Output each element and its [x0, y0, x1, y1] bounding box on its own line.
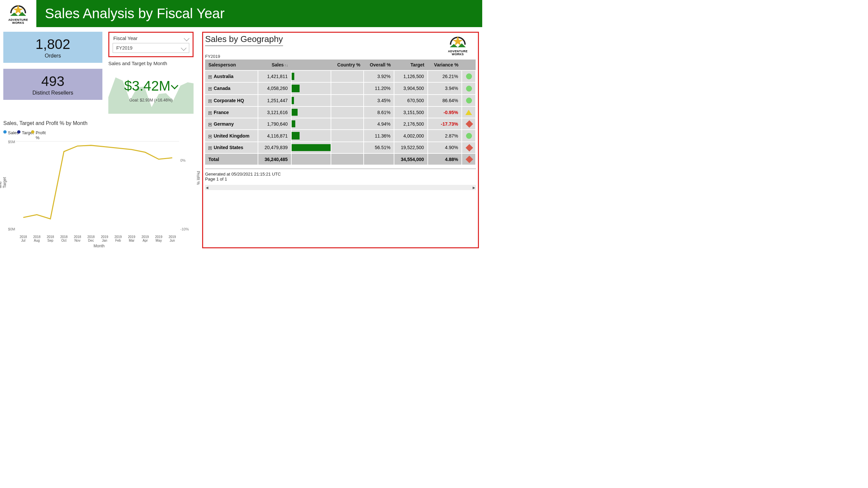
table-total-row: Total36,240,48534,554,0004.88%	[205, 153, 476, 165]
logo-icon	[8, 3, 28, 19]
expand-icon[interactable]: +	[209, 135, 212, 138]
kpi-value: $3.42M	[108, 78, 193, 94]
x-tick: 2019Apr	[138, 235, 152, 242]
expand-icon[interactable]: +	[209, 111, 212, 115]
x-tick: 2019Mar	[125, 235, 138, 242]
combo-title: Sales, Target and Profit % by Month	[3, 120, 195, 126]
status-indicator	[466, 97, 472, 104]
status-indicator	[465, 110, 472, 115]
table-row[interactable]: +France3,121,6168.61%3,151,500-0.95%	[205, 107, 476, 118]
col-bar	[291, 59, 331, 70]
combo-chart[interactable]: Sales and Target $5M $0M 2018Jul2018Aug2…	[3, 137, 195, 242]
table-row[interactable]: +Australia1,421,8113.92%1,126,50026.21%	[205, 70, 476, 82]
page-title: Sales Analysis by Fiscal Year	[45, 6, 225, 22]
kpi-title: Sales and Target by Month	[108, 60, 193, 66]
sort-icon: ↑↓	[284, 63, 288, 67]
status-indicator	[466, 144, 473, 152]
expand-icon[interactable]: +	[209, 87, 212, 91]
slicer-select[interactable]: FY2019	[113, 43, 189, 53]
x-tick: 2019May	[152, 235, 165, 242]
table-row[interactable]: +Canada4,058,26011.20%3,904,5003.94%	[205, 82, 476, 94]
horizontal-scrollbar[interactable]: ◀ ▶	[205, 185, 476, 190]
status-indicator	[466, 86, 472, 92]
kpi-visual[interactable]: $3.42M Goal: $2.93M (+16.46%)	[108, 67, 193, 114]
x-tick: 2018Aug	[30, 235, 43, 242]
expand-icon[interactable]: +	[209, 76, 212, 79]
col-target[interactable]: Target	[394, 59, 427, 70]
col-country[interactable]: Country %	[331, 59, 364, 70]
x-tick: 2018Oct	[57, 235, 71, 242]
table-row[interactable]: +United States20,479,83956.51%19,522,500…	[205, 142, 476, 153]
geo-table[interactable]: Salesperson Sales↑↓ Country % Overall % …	[205, 59, 476, 165]
expand-icon[interactable]: +	[209, 123, 212, 126]
sales-by-geography-panel: Sales by Geography FY2019 ADVENTUREWORKS…	[202, 32, 479, 248]
combo-legend: Sales Target Profit %	[3, 129, 195, 134]
status-indicator	[466, 74, 472, 79]
status-indicator	[466, 120, 473, 128]
expand-icon[interactable]: +	[209, 99, 212, 103]
x-tick: 2018Sep	[43, 235, 57, 242]
x-tick: 2018Dec	[84, 235, 98, 242]
col-salesperson[interactable]: Salesperson	[205, 59, 258, 70]
x-tick: 2018Jul	[17, 235, 30, 242]
card-resellers[interactable]: 493 Distinct Resellers	[3, 69, 102, 100]
logo-small: ADVENTUREWORKS	[440, 34, 476, 56]
x-tick: 2019Feb	[111, 235, 125, 242]
col-overall[interactable]: Overall %	[364, 59, 394, 70]
status-indicator	[466, 133, 472, 139]
col-sales[interactable]: Sales↑↓	[258, 59, 291, 70]
col-variance[interactable]: Variance %	[428, 59, 462, 70]
scroll-left-icon[interactable]: ◀	[206, 186, 209, 190]
slicer-label: Fiscal Year	[113, 35, 137, 41]
check-icon	[171, 82, 178, 90]
geo-footer: Generated at 05/20/2021 21:15:21 UTC Pag…	[205, 169, 476, 181]
geo-subtitle: FY2019	[205, 51, 283, 59]
chevron-down-icon[interactable]	[184, 35, 190, 41]
x-tick: 2018Nov	[71, 235, 84, 242]
x-tick: 2019Jan	[98, 235, 111, 242]
geo-title: Sales by Geography	[205, 34, 283, 44]
scroll-right-icon[interactable]: ▶	[473, 186, 475, 190]
fiscal-year-slicer[interactable]: Fiscal Year FY2019	[108, 32, 193, 57]
table-row[interactable]: +Germany1,790,6404.94%2,176,500-17.73%	[205, 118, 476, 130]
table-row[interactable]: +Corporate HQ1,251,4473.45%670,50086.64%	[205, 94, 476, 107]
title-bar: Sales Analysis by Fiscal Year	[36, 0, 482, 27]
card-orders[interactable]: 1,802 Orders	[3, 32, 102, 63]
table-row[interactable]: +United Kingdom4,116,87111.36%4,002,0002…	[205, 130, 476, 142]
chevron-down-icon	[181, 45, 187, 51]
x-tick: 2019Jun	[165, 235, 179, 242]
expand-icon[interactable]: +	[209, 146, 212, 150]
header: ADVENTUREWORKS Sales Analysis by Fiscal …	[0, 0, 482, 27]
logo: ADVENTUREWORKS	[0, 3, 36, 25]
kpi-goal: Goal: $2.93M (+16.46%)	[108, 98, 193, 103]
